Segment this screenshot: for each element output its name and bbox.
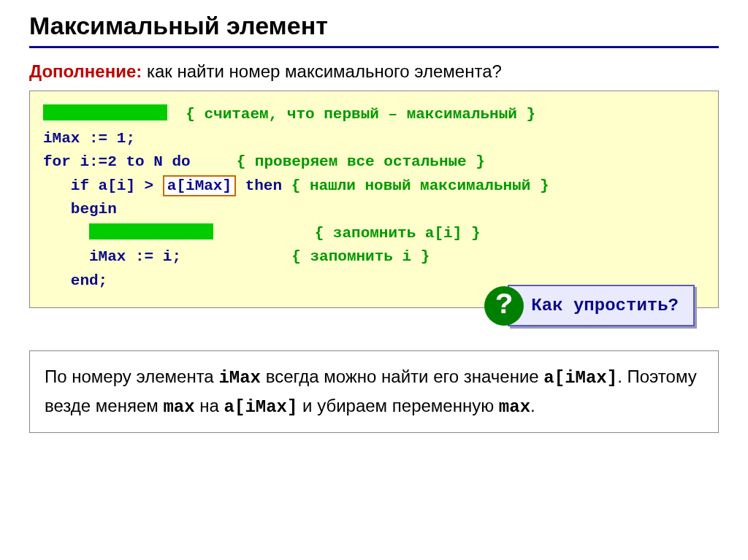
explanation-box: По номеру элемента iMax всегда можно най…	[29, 350, 719, 432]
explain-text: и убираем переменную	[297, 396, 498, 415]
question-prefix: Дополнение:	[29, 61, 142, 81]
highlighted-code: a[iMax]	[163, 175, 236, 196]
callout-box: Как упростить?	[508, 285, 695, 326]
code-text: if a[i] >	[43, 177, 163, 194]
code-line-4: if a[i] > a[iMax] then { нашли новый мак…	[43, 174, 705, 199]
question-body: как найти номер максимального элемента?	[147, 61, 502, 81]
code-comment: { нашли новый максимальный }	[291, 177, 549, 194]
explain-code: max	[499, 397, 530, 417]
code-comment: { запомнить a[i] }	[315, 225, 481, 242]
divider	[29, 46, 719, 48]
code-comment: { запомнить i }	[291, 248, 430, 265]
code-line-6: { запомнить a[i] }	[43, 222, 705, 246]
code-line-2: iMax := 1;	[43, 127, 705, 151]
explain-text: на	[195, 396, 224, 415]
explain-code: max	[163, 397, 194, 417]
code-comment: { проверяем все остальные }	[237, 153, 485, 170]
explain-code: a[iMax]	[224, 397, 298, 417]
code-text: iMax := i;	[43, 248, 291, 265]
explain-text: По номеру элемента	[45, 367, 218, 386]
question-mark-icon: ?	[484, 286, 524, 326]
explain-text: .	[530, 396, 535, 415]
explain-code: a[iMax]	[543, 368, 617, 388]
question-line: Дополнение: как найти номер максимальног…	[29, 61, 719, 82]
code-line-7: iMax := i; { запомнить i }	[43, 245, 705, 269]
callout: ? Как упростить?	[484, 285, 695, 326]
code-text: for i:=2 to N do	[43, 153, 237, 170]
explain-text: всегда можно найти его значение	[261, 367, 543, 386]
explain-code: iMax	[218, 368, 261, 388]
code-text: then	[236, 177, 291, 194]
code-block: { считаем, что первый – максимальный } i…	[29, 91, 719, 308]
code-line-3: for i:=2 to N do { проверяем все остальн…	[43, 150, 705, 174]
code-comment: { считаем, что первый – максимальный }	[186, 106, 535, 123]
code-line-1: { считаем, что первый – максимальный }	[43, 103, 705, 127]
redacted-block	[89, 223, 213, 239]
page-title: Максимальный элемент	[29, 12, 719, 46]
redacted-block	[43, 104, 167, 120]
code-line-5: begin	[43, 198, 705, 222]
